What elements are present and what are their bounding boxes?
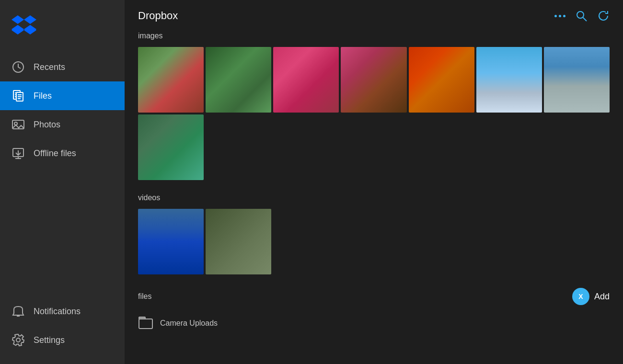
image-grid-row1 [138,47,610,113]
videos-section: videos [138,193,610,274]
offline-icon [12,147,25,160]
video-thumb-2[interactable] [206,209,271,274]
image-empty-6 [544,114,610,180]
video-thumb-1[interactable] [138,209,204,274]
photos-icon [12,118,25,131]
image-empty-3 [341,114,406,180]
image-empty-4 [409,114,474,180]
refresh-button[interactable] [597,10,610,22]
video-empty-3 [409,209,474,274]
sidebar-item-recents-label: Recents [34,62,65,72]
svg-rect-26 [139,319,152,329]
sidebar: Recents Files Photos [0,0,125,364]
image-thumb-7[interactable] [544,47,610,113]
header-actions [554,10,610,22]
sidebar-item-files[interactable]: Files [0,81,125,110]
notifications-icon [12,305,25,318]
video-empty-5 [544,209,610,274]
more-icon [554,15,565,17]
sidebar-item-settings-label: Settings [34,335,65,345]
page-title: Dropbox [138,10,178,22]
sidebar-item-files-label: Files [34,91,52,101]
images-label: images [138,32,610,40]
svg-point-23 [577,11,584,18]
video-empty-1 [273,209,339,274]
dropbox-logo-icon [12,13,36,38]
folder-icon [138,316,153,331]
image-thumb-3[interactable] [273,47,339,113]
sidebar-item-notifications-label: Notifications [34,307,81,317]
image-grid-row2 [138,114,610,180]
files-header: files X Add [138,288,610,305]
search-button[interactable] [575,10,588,22]
image-thumb-6[interactable] [476,47,542,113]
sidebar-item-photos-label: Photos [34,120,60,130]
image-empty-5 [476,114,542,180]
videos-label: videos [138,193,610,202]
image-thumb-5[interactable] [409,47,474,113]
image-thumb-2[interactable] [206,47,271,113]
refresh-icon [597,10,610,22]
add-x-label: X [578,293,583,300]
image-thumb-1[interactable] [138,47,204,113]
clock-icon [12,60,25,74]
images-section: images [138,32,610,180]
add-label: Add [594,292,610,302]
sidebar-item-offline-label: Offline files [34,148,76,159]
files-label: files [138,292,151,301]
add-button[interactable]: X Add [572,288,610,305]
files-section: files X Add Camera Uploads [138,288,610,336]
image-thumb-8[interactable] [138,114,204,180]
camera-uploads-label: Camera Uploads [160,319,218,328]
main-area: Dropbox [125,0,623,364]
more-options-button[interactable] [554,15,565,17]
svg-point-22 [16,338,20,342]
sidebar-item-settings[interactable]: Settings [0,326,125,354]
svg-marker-1 [24,15,36,24]
file-item-camera-uploads[interactable]: Camera Uploads [138,311,610,336]
settings-icon [12,333,25,347]
video-empty-4 [476,209,542,274]
sidebar-item-offline[interactable]: Offline files [0,139,125,168]
svg-marker-0 [12,15,24,24]
sidebar-item-notifications[interactable]: Notifications [0,297,125,326]
video-grid [138,209,610,274]
files-icon [12,89,25,102]
image-empty-2 [273,114,339,180]
video-empty-2 [341,209,406,274]
app-logo [0,0,125,53]
search-icon [575,10,588,22]
add-circle-icon: X [572,288,589,305]
image-empty-1 [206,114,271,180]
sidebar-bottom: Notifications Settings [0,297,125,364]
image-thumb-4[interactable] [341,47,406,113]
main-content: images [125,30,623,364]
main-header: Dropbox [125,0,623,30]
sidebar-item-photos[interactable]: Photos [0,110,125,139]
svg-marker-5 [12,26,24,34]
svg-line-24 [583,18,587,22]
sidebar-nav: Recents Files Photos [0,53,125,297]
sidebar-item-recents[interactable]: Recents [0,53,125,81]
svg-marker-4 [24,26,36,34]
